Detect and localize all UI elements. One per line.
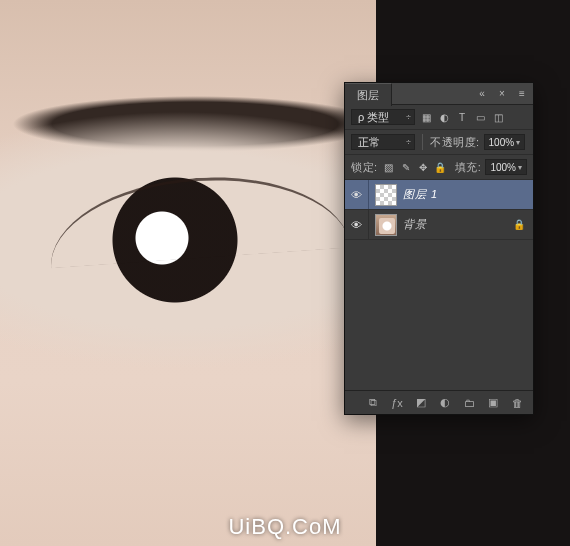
filter-adjust-icon[interactable]: ◐ [437,110,451,124]
lock-paint-icon[interactable]: ✎ [399,160,413,174]
delete-layer-button[interactable]: 🗑 [509,395,525,411]
layer-filter-type[interactable]: ρ 类型 ÷ [351,109,415,125]
panel-tab-bar: 图层 « × ≡ [345,83,533,105]
adjustment-button[interactable]: ◐ [437,395,453,411]
panel-tab-layers[interactable]: 图层 [345,83,392,106]
fill-label: 填充: [455,160,482,175]
layer-name[interactable]: 背景 [403,217,513,232]
layers-panel: 图层 « × ≡ ρ 类型 ÷ ▦ ◐ T ▭ ◫ 正常 ÷ 不透明度: 100… [344,82,534,415]
filter-text-icon[interactable]: T [455,110,469,124]
opacity-input[interactable]: 100% ▾ [484,134,526,150]
eye-icon: 👁 [351,189,362,201]
lock-row: 锁定: ▨ ✎ ✥ 🔒 填充: 100% ▾ [345,155,533,180]
lock-transparent-icon[interactable]: ▨ [382,160,396,174]
dropdown-icon: ÷ [406,137,411,147]
panel-collapse-icon[interactable]: « [475,86,489,100]
dropdown-icon: ÷ [406,112,411,122]
link-layers-button[interactable]: ⧉ [365,395,381,411]
chevron-down-icon: ▾ [518,163,522,172]
chevron-down-icon: ▾ [516,138,520,147]
eye-icon: 👁 [351,219,362,231]
panel-footer: ⧉ ƒx ◩ ◐ 🗀 ▣ 🗑 [345,390,533,414]
fx-button[interactable]: ƒx [389,395,405,411]
filter-shape-icon[interactable]: ▭ [473,110,487,124]
mask-button[interactable]: ◩ [413,395,429,411]
visibility-toggle[interactable]: 👁 [345,210,369,239]
visibility-toggle[interactable]: 👁 [345,180,369,209]
layer-filter-type-label: ρ 类型 [358,110,389,125]
lock-move-icon[interactable]: ✥ [416,160,430,174]
layer-row[interactable]: 👁 图层 1 [345,180,533,210]
lock-all-icon[interactable]: 🔒 [433,160,447,174]
filter-row: ρ 类型 ÷ ▦ ◐ T ▭ ◫ [345,105,533,130]
filter-pixel-icon[interactable]: ▦ [419,110,433,124]
divider [422,134,423,150]
layer-thumbnail[interactable] [375,184,397,206]
group-button[interactable]: 🗀 [461,395,477,411]
lock-label: 锁定: [351,160,378,175]
panel-close-icon[interactable]: × [495,86,509,100]
blend-mode-select[interactable]: 正常 ÷ [351,134,415,150]
layer-list: 👁 图层 1 👁 背景 🔒 [345,180,533,390]
opacity-value: 100% [489,137,515,148]
layer-row[interactable]: 👁 背景 🔒 [345,210,533,240]
blend-mode-value: 正常 [358,135,380,150]
filter-smart-icon[interactable]: ◫ [491,110,505,124]
new-layer-button[interactable]: ▣ [485,395,501,411]
layer-thumbnail[interactable] [375,214,397,236]
fill-value: 100% [490,162,516,173]
watermark-text: UiBQ.CoM [228,514,341,540]
blend-row: 正常 ÷ 不透明度: 100% ▾ [345,130,533,155]
fill-input[interactable]: 100% ▾ [485,159,527,175]
layer-name[interactable]: 图层 1 [403,187,533,202]
lock-icon: 🔒 [513,219,525,230]
opacity-label: 不透明度: [430,135,480,150]
panel-menu-icon[interactable]: ≡ [515,86,529,100]
